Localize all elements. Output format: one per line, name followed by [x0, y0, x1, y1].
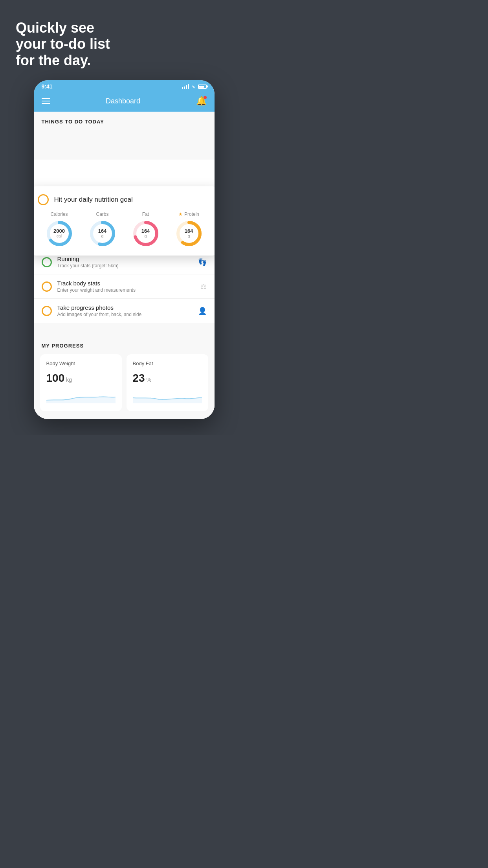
things-todo-section: THINGS TO DO TODAY	[34, 112, 215, 128]
body-fat-card[interactable]: Body Fat 23 %	[127, 354, 208, 411]
nutrition-card-title: Hit your daily nutrition goal	[54, 196, 133, 204]
wifi-icon: ∿	[191, 84, 196, 90]
notification-button[interactable]: 🔔	[196, 96, 207, 106]
todo-body-stats-subtitle: Enter your weight and measurements	[57, 287, 195, 293]
carbs-label: Carbs	[96, 211, 108, 217]
nutrition-circles-row: Calories 2000 cal	[38, 211, 211, 248]
body-fat-unit: %	[147, 377, 151, 383]
my-progress-section: MY PROGRESS Body Weight 100 kg	[34, 335, 215, 419]
nutrition-fat: Fat 164 g	[132, 211, 160, 248]
scale-icon: ⚖	[200, 282, 207, 291]
notification-dot	[204, 96, 207, 99]
nutrition-calories: Calories 2000 cal	[45, 211, 73, 248]
progress-photos-check-circle[interactable]	[42, 306, 52, 316]
fat-donut: 164 g	[132, 219, 160, 248]
app-header: Dashboard 🔔	[34, 91, 215, 112]
things-todo-title: THINGS TO DO TODAY	[42, 119, 104, 125]
fat-label: Fat	[142, 211, 149, 217]
battery-icon	[198, 85, 207, 89]
my-progress-title: MY PROGRESS	[40, 343, 208, 349]
status-icons: ∿	[182, 84, 207, 90]
header-title: Dashboard	[106, 97, 140, 105]
nutrition-protein: ★ Protein 164 g	[175, 211, 203, 248]
calories-donut: 2000 cal	[45, 219, 73, 248]
nutrition-card: Hit your daily nutrition goal Calories	[34, 186, 215, 256]
body-fat-value-row: 23 %	[133, 372, 202, 384]
calories-label: Calories	[50, 211, 68, 217]
carbs-unit: g	[98, 234, 107, 239]
fat-unit: g	[141, 234, 150, 239]
protein-unit: g	[185, 234, 193, 239]
body-weight-value-row: 100 kg	[46, 372, 116, 384]
star-icon: ★	[178, 211, 183, 217]
todo-body-stats-title: Track body stats	[57, 280, 195, 287]
todo-list: Running Track your stats (target: 5km) 👣…	[34, 250, 215, 323]
floating-card-anchor: Hit your daily nutrition goal Calories	[34, 128, 215, 160]
signal-icon	[182, 84, 189, 89]
page-background: Quickly seeyour to-do listfor the day. 9…	[0, 0, 244, 435]
body-weight-unit: kg	[66, 377, 72, 383]
todo-body-stats-text: Track body stats Enter your weight and m…	[57, 280, 195, 293]
body-weight-chart	[46, 389, 116, 403]
protein-donut: 164 g	[175, 219, 203, 248]
todo-progress-photos-text: Take progress photos Add images of your …	[57, 304, 193, 317]
body-stats-check-circle[interactable]	[42, 281, 52, 292]
status-time: 9:41	[42, 83, 53, 90]
todo-running-subtitle: Track your stats (target: 5km)	[57, 263, 193, 268]
page-headline: Quickly seeyour to-do listfor the day.	[16, 20, 232, 68]
nutrition-carbs: Carbs 164 g	[88, 211, 117, 248]
calories-value: 2000	[53, 229, 65, 234]
status-bar: 9:41 ∿	[34, 80, 215, 91]
body-weight-label: Body Weight	[46, 360, 116, 366]
todo-running-text: Running Track your stats (target: 5km)	[57, 256, 193, 268]
phone-mockup: 9:41 ∿ Dashboard	[34, 80, 215, 419]
protein-value: 164	[185, 229, 193, 234]
person-icon: 👤	[198, 307, 207, 315]
body-fat-number: 23	[133, 372, 145, 384]
calories-unit: cal	[53, 234, 65, 239]
body-fat-chart	[133, 389, 202, 403]
fat-value: 164	[141, 229, 150, 234]
app-content: THINGS TO DO TODAY Hit your daily nutrit…	[34, 112, 215, 419]
todo-progress-photos-subtitle: Add images of your front, back, and side	[57, 312, 193, 317]
nutrition-card-header: Hit your daily nutrition goal	[38, 194, 211, 205]
mid-spacer	[34, 323, 215, 335]
body-fat-label: Body Fat	[133, 360, 202, 366]
todo-progress-photos-title: Take progress photos	[57, 304, 193, 311]
hamburger-menu-button[interactable]	[42, 98, 50, 104]
body-weight-number: 100	[46, 372, 65, 384]
carbs-value: 164	[98, 229, 107, 234]
carbs-donut: 164 g	[88, 219, 117, 248]
todo-item-body-stats[interactable]: Track body stats Enter your weight and m…	[34, 274, 215, 299]
progress-cards-row: Body Weight 100 kg Body Fat	[40, 354, 208, 411]
protein-label: ★ Protein	[178, 211, 199, 217]
body-weight-card[interactable]: Body Weight 100 kg	[40, 354, 122, 411]
running-check-circle[interactable]	[42, 257, 52, 267]
nutrition-check-circle[interactable]	[38, 194, 49, 205]
todo-running-title: Running	[57, 256, 193, 262]
shoe-icon: 👣	[198, 258, 207, 267]
todo-item-progress-photos[interactable]: Take progress photos Add images of your …	[34, 299, 215, 323]
